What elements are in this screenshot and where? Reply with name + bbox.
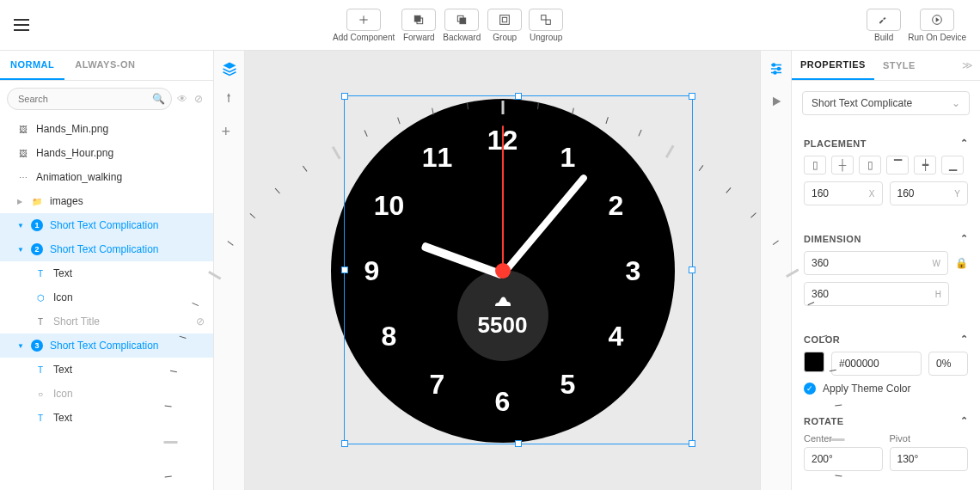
chevron-up-icon[interactable]: ⌃ (960, 334, 969, 345)
hexagon-icon: ⬡ (34, 291, 46, 303)
width-input[interactable]: 360W (804, 251, 948, 275)
tick-mark (164, 405, 171, 407)
ungroup-label: Ungroup (530, 33, 562, 42)
color-swatch[interactable] (804, 352, 824, 372)
tick-mark (835, 475, 842, 476)
apply-theme-checkbox[interactable]: ✓Apply Theme Color (804, 383, 968, 395)
tick-mark (331, 146, 340, 159)
layer-icon-3[interactable]: ○Icon (0, 382, 213, 406)
tab-properties[interactable]: PROPERTIES (792, 51, 874, 80)
tab-normal[interactable]: NORMAL (0, 51, 64, 80)
align-center-h-button[interactable]: ┼ (831, 156, 854, 175)
layer-animation[interactable]: ⋯Animation_walking (0, 165, 213, 189)
visibility-toggle-off-icon[interactable]: ⊘ (194, 93, 206, 105)
collapse-panel-icon[interactable]: ≫ (962, 59, 973, 71)
svg-rect-2 (460, 18, 466, 24)
backward-button[interactable]: Backward (443, 9, 481, 42)
tick-mark (164, 475, 171, 477)
ungroup-button[interactable]: Ungroup (529, 9, 563, 42)
add-component-button[interactable]: Add Component (333, 9, 395, 42)
layer-text-3b[interactable]: TText (0, 406, 213, 430)
chevron-up-icon[interactable]: ⌃ (960, 233, 969, 244)
tick-mark (726, 187, 731, 193)
play-tool[interactable] (769, 95, 783, 111)
layer-label: images (50, 195, 83, 207)
center-input[interactable]: 200° (804, 447, 883, 471)
menu-button[interactable] (14, 19, 29, 31)
tab-style[interactable]: STYLE (874, 52, 924, 79)
folder-icon: 📁 (31, 195, 43, 207)
build-button[interactable]: Build (867, 9, 901, 42)
height-input[interactable]: 360H (804, 282, 949, 306)
y-value: 160 (897, 187, 915, 199)
layer-short-title[interactable]: TShort Title⊘ (0, 309, 213, 334)
component-selector-label: Short Text Complicate (812, 97, 912, 109)
section-dimension: DIMENSION (804, 234, 861, 244)
chevron-up-icon[interactable]: ⌃ (960, 415, 969, 426)
run-label: Run On Device (908, 33, 966, 42)
opacity-value: 0% (936, 358, 951, 370)
properties-tool[interactable] (769, 61, 784, 79)
color-hex-input[interactable]: #000000 (831, 352, 922, 376)
hidden-icon[interactable]: ⊘ (196, 315, 205, 328)
layer-icon-2[interactable]: ⬡Icon (0, 285, 213, 309)
align-right-button[interactable]: ▯ (859, 156, 881, 175)
y-input[interactable]: 160Y (890, 181, 969, 205)
layer-stc-1[interactable]: ▼1Short Text Complication (0, 213, 213, 237)
center-value: 200° (812, 453, 833, 465)
resize-handle-ne[interactable] (689, 93, 695, 100)
component-selector[interactable]: Short Text Complicate ⌄ (802, 91, 970, 115)
align-bottom-button[interactable]: ▁ (941, 156, 964, 175)
layer-text-2[interactable]: TText (0, 261, 213, 285)
layer-hands-hour[interactable]: 🖼Hands_Hour.png (0, 141, 213, 165)
tick-mark (698, 165, 703, 171)
align-left-button[interactable]: ▯ (804, 156, 826, 175)
layer-hands-min[interactable]: 🖼Hands_Min.png (0, 117, 213, 141)
layer-label: Icon (53, 388, 73, 400)
svg-rect-6 (542, 15, 546, 19)
w-value: 360 (812, 257, 829, 269)
align-center-v-button[interactable]: ┿ (914, 156, 936, 175)
resize-handle-sw[interactable] (341, 440, 348, 447)
add-tool[interactable]: + (222, 123, 237, 138)
chevron-down-icon: ▼ (17, 246, 24, 254)
selection-box[interactable] (344, 95, 693, 444)
layers-tool[interactable] (222, 61, 237, 77)
pin-tool[interactable] (222, 92, 237, 107)
pivot-input[interactable]: 130° (890, 447, 969, 471)
chevron-right-icon: ▶ (17, 198, 24, 205)
resize-handle-s[interactable] (515, 440, 522, 447)
backward-label: Backward (443, 33, 481, 42)
tick-mark (830, 438, 844, 441)
resize-handle-se[interactable] (689, 440, 695, 447)
tab-always-on[interactable]: ALWAYS-ON (64, 51, 145, 80)
forward-button[interactable]: Forward (401, 9, 436, 42)
align-top-button[interactable]: ▔ (886, 156, 909, 175)
h-value: 360 (812, 288, 829, 300)
resize-handle-nw[interactable] (341, 93, 348, 100)
layer-label: Text (53, 364, 72, 376)
animation-icon: ⋯ (17, 171, 29, 183)
resize-handle-n[interactable] (515, 93, 522, 100)
run-button[interactable]: Run On Device (908, 9, 966, 42)
resize-handle-e[interactable] (689, 266, 695, 273)
lock-icon[interactable]: 🔒 (955, 257, 968, 269)
text-icon: T (34, 267, 46, 279)
layer-label: Short Title (53, 315, 100, 328)
group-label: Group (493, 33, 517, 42)
canvas[interactable]: /*placeholder*/ 12 1 2 3 4 5 6 7 8 9 10 … (245, 51, 760, 490)
layer-images-folder[interactable]: ▶📁images (0, 189, 213, 213)
x-input[interactable]: 160X (804, 181, 883, 205)
color-hex-value: #000000 (839, 358, 879, 370)
add-component-label: Add Component (333, 33, 395, 42)
chevron-up-icon[interactable]: ⌃ (960, 138, 969, 149)
layer-stc-2[interactable]: ▼2Short Text Complication (0, 237, 213, 261)
text-icon: T (34, 412, 46, 424)
search-input[interactable] (7, 88, 172, 110)
badge-2: 2 (31, 243, 43, 255)
group-button[interactable]: Group (487, 9, 522, 42)
layer-text-3a[interactable]: TText (0, 358, 213, 382)
visibility-toggle-icon[interactable]: 👁 (177, 93, 189, 105)
resize-handle-w[interactable] (341, 266, 348, 273)
opacity-input[interactable]: 0% (928, 352, 968, 376)
